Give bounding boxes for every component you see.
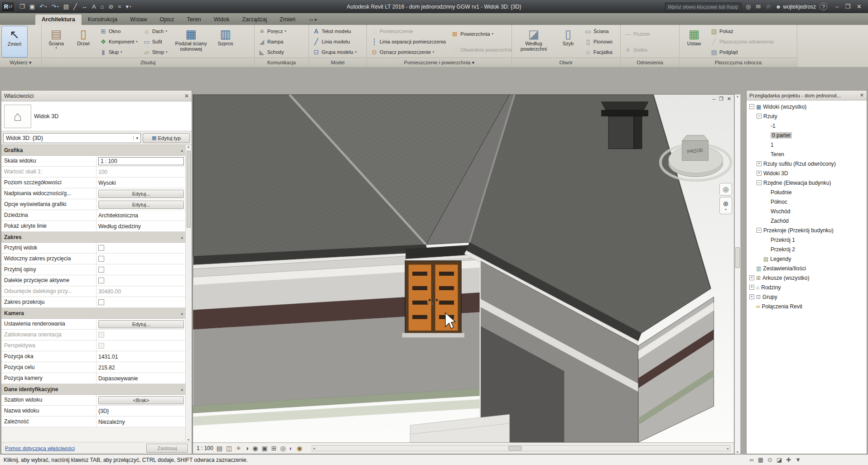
panel-label-otwór[interactable]: Otwór (512, 58, 620, 67)
filter-icon[interactable]: ▼ (795, 456, 801, 463)
expander-minus-icon[interactable]: − (749, 104, 754, 109)
tree-item-teren[interactable]: Teren (747, 149, 867, 159)
communication-icon[interactable]: ✉ (755, 3, 762, 10)
tekst-modelu-button[interactable]: ATekst modelu (310, 26, 359, 36)
scroll-up-icon[interactable]: ▲ (187, 145, 190, 148)
select-pinned-icon[interactable]: ⊙ (767, 456, 772, 463)
scrollbar-thumb[interactable] (508, 446, 522, 451)
tree-item-wschód[interactable]: Wschód (747, 206, 867, 216)
3d-view-icon[interactable]: ⌂ (99, 2, 106, 11)
podział-ściany-osłonowej-button[interactable]: ▦Podział ściany osłonowej (171, 26, 212, 58)
select-by-face-icon[interactable]: ◪ (776, 456, 782, 463)
siatka-button[interactable]: #Siatka (622, 44, 652, 55)
expander-plus-icon[interactable]: + (749, 294, 754, 299)
komponent-button[interactable]: ❖Komponent▾ (97, 36, 140, 47)
properties-scrollbar[interactable]: ▲ ▼ (185, 145, 191, 441)
house-3d-view[interactable]: PRZÓD (193, 95, 734, 442)
tree-item-przekrój-2[interactable]: Przekrój 2 (747, 244, 867, 254)
sun-path-icon[interactable]: ☀ (236, 445, 241, 451)
apply-button[interactable]: Zastosuj (146, 444, 188, 453)
linia-modelu-button[interactable]: ╱Linia modelu (310, 36, 359, 47)
view-restore-icon[interactable]: ❐ (719, 96, 723, 102)
tree-item-1[interactable]: -1 (747, 121, 867, 130)
powierzchnia-button[interactable]: ⊠Powierzchnia▾ (449, 29, 512, 39)
section-icon[interactable]: ⊘ (106, 2, 115, 11)
view-minimize-icon[interactable]: – (713, 96, 715, 102)
panel-label-płaszczyzna-robocza[interactable]: Płaszczyzna robocza (680, 58, 797, 67)
tree-item-rzuty-sufitu-rzut-odwrócony[interactable]: +Rzuty sufitu (Rzut odwrócony) (747, 159, 867, 168)
edytuj-button[interactable]: Edytuj... (98, 201, 184, 209)
szpros-button[interactable]: ▥Szpros (212, 26, 239, 58)
horizontal-scrollbar[interactable]: ◂ ▸ (312, 445, 730, 451)
drzwi-button[interactable]: ▯Drzwi (70, 26, 96, 58)
view-close-icon[interactable]: ✕ (727, 96, 731, 102)
restore-icon[interactable]: ❐ (845, 3, 850, 10)
tree-item-połączenia-revit[interactable]: ∞Połączenia Revit (747, 302, 867, 311)
scrollbar-thumb[interactable] (187, 151, 191, 228)
panel-label-odniesienia[interactable]: Odniesienia (621, 58, 679, 67)
tab-opisz[interactable]: Opisz (153, 14, 180, 25)
drawing-area[interactable]: PRZÓD –❐✕ ◎ ⊕▾ 1 : 100 ▤◫☀◑◉▣⊞◎◐◉ ◂ ▸ (193, 94, 734, 454)
ustaw-button[interactable]: ▦Ustaw (681, 26, 707, 58)
expander-minus-icon[interactable]: − (757, 228, 762, 233)
ribbon-cycle-icon[interactable]: ▭ ▾ (306, 15, 319, 25)
tab-wstaw[interactable]: Wstaw (124, 14, 154, 25)
tree-item-północ[interactable]: Północ (747, 197, 867, 206)
panel-label-model[interactable]: Model (309, 58, 366, 67)
dach-button[interactable]: ⌂Dach▾ (141, 26, 170, 36)
lock-view-icon[interactable]: ◎ (280, 445, 285, 451)
płaszczyzna-odniesienia-button[interactable]: ╱Płaszczyzna odniesienia (708, 36, 776, 47)
visual-style-icon[interactable]: ◫ (226, 445, 232, 451)
checkbox[interactable] (98, 343, 104, 349)
revit-app-icon[interactable]: RLT (1, 1, 15, 12)
undo-icon[interactable]: ↶▾ (38, 2, 48, 11)
tree-item-południe[interactable]: Południe (747, 187, 867, 197)
select-links-icon[interactable]: ∞ (749, 456, 753, 463)
panel-label-pomieszczenie-i-powierzchnia[interactable]: Pomieszczenie i powierzchnia ▾ (367, 58, 511, 67)
type-selector[interactable]: ⌂ Widok 3D (1, 101, 192, 131)
okno-button[interactable]: ⊞Okno (97, 26, 140, 36)
scroll-down-icon[interactable]: ▼ (736, 451, 739, 454)
instance-selector[interactable]: Widok 3D: {3D} ▾ (3, 133, 141, 143)
close-icon[interactable]: ✕ (860, 92, 864, 98)
linia-separacji-pomieszczenia-button[interactable]: ┆Linia separacji pomieszczenia (368, 36, 448, 47)
steering-wheel-icon[interactable]: ◎ (719, 183, 732, 196)
section-zakres[interactable]: Zakres▴ (1, 232, 186, 243)
poręcz-button[interactable]: ≡Poręcz▾ (256, 26, 289, 36)
tree-item-grupy[interactable]: +⊡Grupy (747, 292, 867, 302)
pionowo-button[interactable]: ▯Pionowo (582, 36, 615, 47)
panel-label-wybierz[interactable]: Wybierz ▾ (0, 58, 41, 67)
properties-help-link[interactable]: Pomoc dotycząca właściwości (5, 446, 75, 451)
section-grafika[interactable]: Grafika▴ (1, 145, 186, 156)
vertical-scrollbar[interactable]: ▲ ▼ (734, 94, 741, 454)
obwiednia-powierzchni-button[interactable]: □Obwiednia powierzchni (449, 44, 512, 55)
entrance-door[interactable] (402, 261, 464, 338)
checkbox[interactable] (98, 245, 104, 251)
open-icon[interactable]: ❐ (18, 2, 27, 11)
checkbox[interactable] (98, 267, 104, 273)
help-icon[interactable]: ? (820, 3, 827, 10)
tree-item-zestawienia-ilości[interactable]: ▥Zestawienia/Ilości (747, 264, 867, 273)
search-input[interactable] (665, 3, 741, 11)
close-icon[interactable]: ✕ (857, 3, 862, 10)
project-browser-header[interactable]: Przeglądarka projektu - dom jednorod... … (747, 91, 867, 101)
reveal-hidden-icon[interactable]: ◉ (297, 445, 302, 451)
rampa-button[interactable]: ◢Rampa (256, 36, 289, 47)
edytuj-button[interactable]: Edytuj... (98, 320, 184, 328)
sufit-button[interactable]: ▭Sufit (141, 36, 170, 47)
tab-konstrukcja[interactable]: Konstrukcja (82, 14, 124, 25)
close-icon[interactable]: ✕ (184, 93, 189, 99)
checkbox[interactable] (98, 256, 104, 262)
tree-item-przekrój-1[interactable]: Przekrój 1 (747, 235, 867, 244)
expander-plus-icon[interactable]: + (749, 275, 754, 280)
tree-item-widoki-3d[interactable]: +Widoki 3D (747, 168, 867, 178)
ściana-button[interactable]: ▭Ściana (582, 26, 615, 36)
drag-selection-icon[interactable]: ✚ (786, 456, 791, 463)
checkbox[interactable] (98, 332, 104, 338)
value-field[interactable]: 1 : 100 (98, 157, 184, 165)
zmień-button[interactable]: ↖Zmień (1, 26, 28, 58)
tab-architektura[interactable]: Architektura (35, 14, 82, 25)
section-kamera[interactable]: Kamera▴ (1, 308, 186, 319)
render-dialog-icon[interactable]: ◉ (252, 445, 258, 451)
checkbox[interactable] (98, 278, 104, 283)
